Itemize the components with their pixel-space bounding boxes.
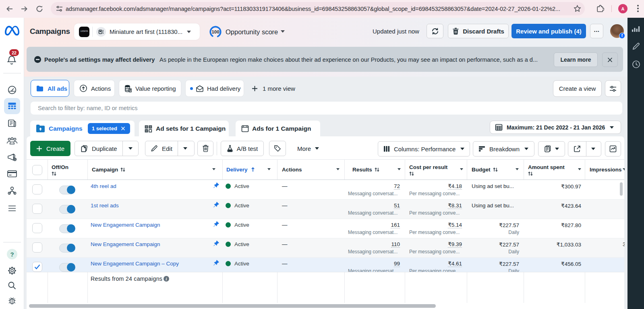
svg-text:100: 100 [211, 29, 219, 34]
